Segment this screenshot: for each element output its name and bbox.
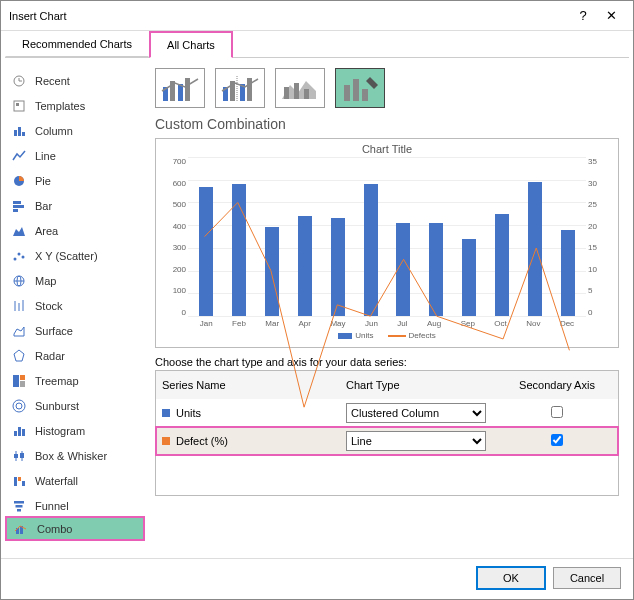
svg-point-26 (16, 403, 22, 409)
svg-rect-2 (16, 103, 19, 106)
svg-rect-24 (20, 381, 25, 387)
templates-icon (11, 99, 27, 113)
svg-rect-3 (14, 130, 17, 136)
help-icon[interactable]: ? (569, 8, 597, 23)
sidebar-item-radar[interactable]: Radar (5, 343, 145, 368)
sidebar-item-funnel[interactable]: Funnel (5, 493, 145, 518)
svg-rect-5 (22, 132, 25, 136)
svg-rect-31 (14, 454, 18, 458)
svg-rect-9 (13, 209, 18, 212)
cancel-button[interactable]: Cancel (553, 567, 621, 589)
dialog-footer: OK Cancel (1, 558, 633, 597)
surface-icon (11, 324, 27, 338)
sidebar-item-map[interactable]: Map (5, 268, 145, 293)
sidebar-item-column[interactable]: Column (5, 118, 145, 143)
sidebar-item-waterfall[interactable]: Waterfall (5, 468, 145, 493)
ok-button[interactable]: OK (477, 567, 545, 589)
stock-icon (11, 299, 27, 313)
svg-rect-34 (14, 477, 17, 486)
sidebar-item-templates[interactable]: Templates (5, 93, 145, 118)
sidebar-item-boxwhisker[interactable]: Box & Whisker (5, 443, 145, 468)
sidebar-item-recent[interactable]: Recent (5, 68, 145, 93)
y-axis-primary: 7006005004003002001000 (162, 157, 188, 317)
subtype-custom-combination[interactable] (335, 68, 385, 108)
combo-icon (13, 522, 29, 536)
svg-point-25 (13, 400, 25, 412)
chart-title: Chart Title (162, 143, 612, 155)
sidebar-item-sunburst[interactable]: Sunburst (5, 393, 145, 418)
sidebar-item-pie[interactable]: Pie (5, 168, 145, 193)
waterfall-icon (11, 474, 27, 488)
sidebar-item-scatter[interactable]: X Y (Scatter) (5, 243, 145, 268)
svg-rect-36 (22, 481, 25, 486)
map-icon (11, 274, 27, 288)
svg-rect-7 (13, 201, 21, 204)
svg-marker-20 (14, 327, 24, 336)
svg-rect-23 (20, 375, 25, 380)
scatter-icon (11, 249, 27, 263)
svg-rect-37 (14, 501, 24, 504)
svg-rect-53 (294, 83, 299, 99)
plot-area (188, 157, 586, 317)
tab-recommended[interactable]: Recommended Charts (5, 31, 149, 57)
sidebar-item-line[interactable]: Line (5, 143, 145, 168)
svg-point-11 (14, 257, 17, 260)
svg-rect-28 (18, 427, 21, 436)
combo-subtypes (155, 68, 619, 108)
svg-point-12 (18, 252, 21, 255)
svg-rect-8 (13, 205, 24, 208)
series-marker-icon (162, 437, 170, 445)
sidebar-item-histogram[interactable]: Histogram (5, 418, 145, 443)
bar-icon (11, 199, 27, 213)
histogram-icon (11, 424, 27, 438)
svg-rect-56 (353, 79, 359, 101)
svg-rect-54 (304, 89, 309, 99)
sidebar-item-area[interactable]: Area (5, 218, 145, 243)
sidebar-item-surface[interactable]: Surface (5, 318, 145, 343)
series-marker-icon (162, 409, 170, 417)
svg-rect-29 (22, 429, 25, 436)
svg-point-13 (22, 255, 25, 258)
subtype-clustered-column-line[interactable] (155, 68, 205, 108)
chart-type-sidebar: Recent Templates Column Line Pie Bar Are… (5, 64, 145, 556)
content-pane: Custom Combination Chart Title 700600500… (145, 64, 629, 556)
line-icon (11, 149, 27, 163)
section-title: Custom Combination (155, 116, 619, 132)
radar-icon (11, 349, 27, 363)
subtype-stacked-area-column[interactable] (275, 68, 325, 108)
recent-icon (11, 74, 27, 88)
funnel-icon (11, 499, 27, 513)
tab-all-charts[interactable]: All Charts (149, 31, 233, 58)
area-icon (11, 224, 27, 238)
svg-marker-21 (14, 350, 24, 361)
svg-rect-38 (16, 505, 23, 508)
dialog-title: Insert Chart (9, 10, 569, 22)
svg-rect-4 (18, 127, 21, 136)
sidebar-item-combo[interactable]: Combo (5, 516, 145, 541)
y-axis-secondary: 35302520151050 (586, 157, 612, 317)
box-whisker-icon (11, 449, 27, 463)
sidebar-item-bar[interactable]: Bar (5, 193, 145, 218)
svg-rect-33 (20, 453, 24, 458)
svg-rect-39 (17, 509, 21, 512)
svg-rect-22 (13, 375, 19, 387)
svg-rect-45 (185, 78, 190, 101)
svg-rect-55 (344, 85, 350, 101)
sidebar-item-treemap[interactable]: Treemap (5, 368, 145, 393)
svg-rect-57 (362, 89, 368, 101)
treemap-icon (11, 374, 27, 388)
sidebar-item-stock[interactable]: Stock (5, 293, 145, 318)
chart-preview: Chart Title 7006005004003002001000 35302… (155, 138, 619, 348)
svg-rect-52 (284, 87, 289, 99)
svg-rect-27 (14, 431, 17, 436)
column-icon (11, 124, 27, 138)
close-icon[interactable]: ✕ (597, 8, 625, 23)
sunburst-icon (11, 399, 27, 413)
svg-rect-50 (247, 78, 252, 101)
subtype-clustered-column-line-secondary[interactable] (215, 68, 265, 108)
pie-icon (11, 174, 27, 188)
tab-strip: Recommended Charts All Charts (5, 31, 633, 57)
svg-marker-10 (13, 227, 25, 236)
title-bar: Insert Chart ? ✕ (1, 1, 633, 31)
svg-rect-35 (18, 477, 21, 481)
